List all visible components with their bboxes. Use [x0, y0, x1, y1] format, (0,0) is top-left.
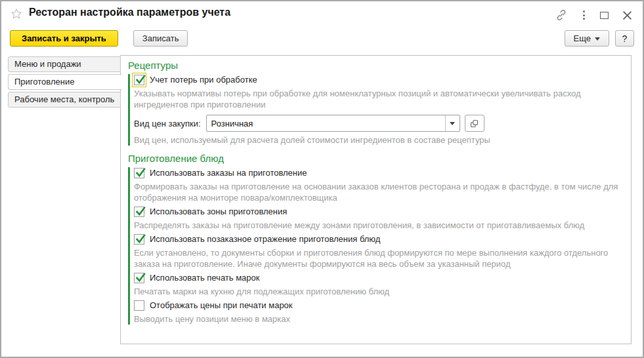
use-cooking-orders-hint: Формировать заказы на приготовление на о…: [134, 181, 623, 203]
per-order-reflection-row: Использовать позаказное отражение пригот…: [134, 233, 623, 245]
cooking-zones-row: Использовать зоны приготовления: [134, 206, 623, 217]
show-prices-on-marks-checkbox[interactable]: [134, 300, 144, 311]
use-cooking-zones-hint: Распределять заказы на приготовление меж…: [134, 220, 623, 231]
show-prices-on-marks-label[interactable]: Отображать цены при печати марок: [150, 300, 293, 310]
tab-cooking[interactable]: Приготовление: [8, 74, 121, 90]
more-label: Еще: [574, 33, 591, 43]
help-label: ?: [622, 33, 628, 44]
loss-accounting-hint: Указывать нормативы потерь при обработке…: [134, 88, 623, 110]
use-mark-printing-hint: Печатать марки на кухню для подлежащих п…: [134, 286, 623, 297]
toolbar: Записать и закрыть Записать Еще ?: [10, 30, 634, 47]
cooking-group: Приготовление блюд Использовать заказы н…: [128, 153, 631, 325]
help-button[interactable]: ?: [615, 30, 634, 47]
tab-menu-and-sales[interactable]: Меню и продажи: [8, 56, 121, 72]
check-icon: [135, 205, 146, 217]
more-button[interactable]: Еще: [565, 30, 609, 47]
per-order-reflection-label[interactable]: Использовать позаказное отражение пригот…: [150, 234, 380, 244]
show-prices-on-marks-hint: Выводить цену позиции меню в марках: [134, 313, 623, 325]
check-icon: [135, 233, 146, 245]
purchase-price-type-row: Вид цен закупки:: [134, 115, 623, 132]
save-and-close-button[interactable]: Записать и закрыть: [10, 30, 118, 47]
use-mark-printing-label[interactable]: Использовать печать марок: [150, 273, 259, 283]
chevron-down-icon: [595, 37, 600, 43]
app-window: Ресторан настройка параметров учета Запи…: [0, 0, 644, 358]
purchase-price-type-field[interactable]: [206, 115, 460, 132]
save-and-close-label: Записать и закрыть: [22, 33, 106, 43]
use-mark-printing-checkbox[interactable]: [134, 273, 144, 283]
maximize-icon[interactable]: [600, 12, 609, 19]
close-icon[interactable]: [622, 10, 632, 20]
use-cooking-orders-label[interactable]: Использовать заказы на приготовление: [150, 168, 307, 178]
per-order-reflection-checkbox[interactable]: [134, 234, 144, 245]
check-icon: [135, 167, 146, 178]
kebab-icon[interactable]: [582, 9, 586, 21]
use-cooking-zones-checkbox[interactable]: [134, 207, 144, 217]
loss-accounting-checkbox[interactable]: [134, 75, 144, 85]
loss-accounting-row: Учет потерь при обработке: [134, 74, 623, 85]
mark-prices-row: Отображать цены при печати марок: [134, 300, 623, 311]
star-icon[interactable]: [10, 7, 23, 20]
link-icon[interactable]: [555, 9, 568, 22]
open-price-type-button[interactable]: [465, 115, 484, 132]
open-in-form-icon: [469, 119, 479, 129]
use-cooking-zones-label[interactable]: Использовать зоны приготовления: [150, 207, 287, 216]
chevron-down-icon[interactable]: [445, 115, 460, 131]
page-title: Ресторан настройка параметров учета: [29, 7, 230, 18]
mark-printing-row: Использовать печать марок: [134, 272, 623, 283]
purchase-price-type-input[interactable]: [207, 115, 445, 131]
titlebar: Ресторан настройка параметров учета: [1, 1, 643, 29]
loss-accounting-label[interactable]: Учет потерь при обработке: [150, 75, 257, 85]
cooking-orders-row: Использовать заказы на приготовление: [134, 167, 623, 178]
tab-workplaces-control[interactable]: Рабочие места, контроль: [8, 92, 121, 108]
settings-tabs: Меню и продажи Приготовление Рабочие мес…: [8, 56, 121, 109]
recipes-group: Рецептуры Учет потерь при обработке Указ…: [128, 60, 631, 146]
use-cooking-orders-checkbox[interactable]: [134, 168, 144, 178]
purchase-price-type-hint: Вид цен, используемый для расчета долей …: [134, 134, 623, 146]
cooking-group-title: Приготовление блюд: [128, 153, 631, 165]
save-label: Записать: [142, 33, 179, 43]
save-button[interactable]: Записать: [133, 30, 188, 47]
purchase-price-type-label: Вид цен закупки:: [134, 119, 201, 129]
check-icon: [135, 271, 146, 283]
settings-panel: Рецептуры Учет потерь при обработке Указ…: [120, 55, 632, 344]
recipes-group-title: Рецептуры: [128, 60, 631, 71]
check-icon: [135, 73, 146, 85]
per-order-reflection-hint: Если установлено, то документы сборки и …: [134, 247, 623, 269]
